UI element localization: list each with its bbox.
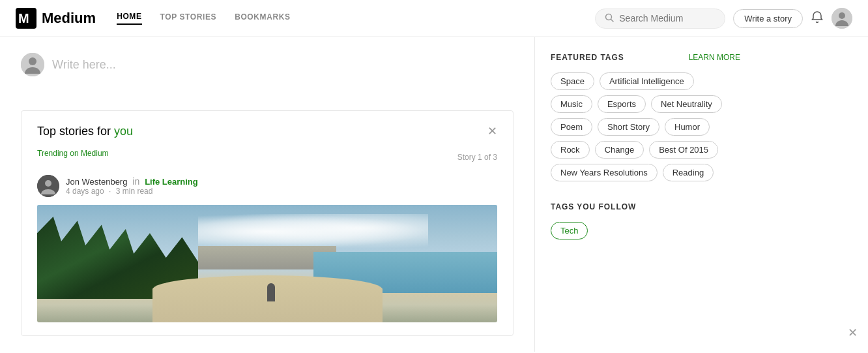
- story-image[interactable]: [37, 205, 497, 322]
- top-stories-section: Top stories for you ✕ Trending on Medium…: [21, 110, 514, 336]
- author-meta: 4 days ago · 3 min read: [66, 187, 198, 196]
- tag-rock[interactable]: Rock: [551, 141, 590, 159]
- author-name[interactable]: Jon Westenberg: [66, 177, 127, 187]
- nav-top-stories[interactable]: TOP STORIES: [160, 12, 217, 24]
- followed-tags-grid: Tech: [551, 222, 740, 239]
- main-nav: HOME TOP STORIES BOOKMARKS: [117, 12, 290, 25]
- notification-bell-icon[interactable]: [811, 10, 824, 27]
- tag-music[interactable]: Music: [551, 95, 592, 113]
- write-placeholder[interactable]: Write here...: [52, 58, 116, 72]
- tag-best-of-2015[interactable]: Best Of 2015: [649, 141, 718, 159]
- svg-point-5: [839, 12, 845, 19]
- user-avatar[interactable]: [832, 8, 852, 29]
- tag-change[interactable]: Change: [595, 141, 644, 159]
- svg-text:M: M: [18, 11, 29, 25]
- bottom-close-button[interactable]: ✕: [848, 326, 858, 340]
- medium-logo-icon: M: [16, 8, 36, 29]
- featured-tags-grid: Space Artificial Intelligence Music Espo…: [551, 72, 740, 181]
- tag-esports[interactable]: Esports: [598, 95, 646, 113]
- clouds: [198, 214, 428, 249]
- tag-tech[interactable]: Tech: [551, 222, 588, 239]
- tag-reading[interactable]: Reading: [663, 164, 714, 181]
- person-figure: [267, 283, 275, 301]
- author-row: Jon Westenberg in Life Learning 4 days a…: [37, 175, 497, 197]
- tag-poem[interactable]: Poem: [551, 118, 592, 136]
- svg-point-7: [29, 57, 36, 65]
- top-stories-header: Top stories for you ✕: [37, 124, 497, 138]
- trending-label: Trending on Medium: [37, 149, 109, 158]
- author-info: Jon Westenberg in Life Learning 4 days a…: [66, 176, 198, 196]
- author-in-label: in: [132, 176, 139, 187]
- svg-point-9: [45, 180, 51, 187]
- author-name-line: Jon Westenberg in Life Learning: [66, 176, 198, 187]
- logo-link[interactable]: M Medium: [16, 8, 96, 29]
- nav-home[interactable]: HOME: [117, 12, 141, 25]
- tag-space[interactable]: Space: [551, 72, 594, 90]
- sidebar: FEATURED TAGS LEARN MORE Space Artificia…: [534, 37, 756, 352]
- write-area: Write here...: [21, 53, 514, 89]
- trending-bar: Trending on Medium Story 1 of 3: [37, 149, 497, 166]
- main-layout: Write here... Top stories for you ✕ Tren…: [0, 37, 868, 352]
- write-avatar: [21, 53, 44, 76]
- search-icon: [605, 13, 614, 24]
- tag-humor[interactable]: Humor: [665, 118, 710, 136]
- author-tag[interactable]: Life Learning: [145, 177, 198, 187]
- write-story-button[interactable]: Write a story: [733, 9, 803, 28]
- tag-artificial-intelligence[interactable]: Artificial Intelligence: [600, 72, 694, 90]
- top-stories-title: Top stories for you: [37, 125, 133, 138]
- tag-short-story[interactable]: Short Story: [598, 118, 659, 136]
- featured-tags-title: FEATURED TAGS: [551, 53, 624, 62]
- search-box[interactable]: [595, 8, 725, 29]
- header-right: Write a story: [595, 8, 852, 29]
- logo-text: Medium: [42, 10, 96, 27]
- featured-tags-section: FEATURED TAGS LEARN MORE Space Artificia…: [551, 53, 740, 181]
- learn-more-link[interactable]: LEARN MORE: [689, 53, 740, 62]
- featured-tags-header: FEATURED TAGS LEARN MORE: [551, 53, 740, 62]
- story-counter: Story 1 of 3: [457, 153, 497, 162]
- nav-bookmarks[interactable]: BOOKMARKS: [235, 12, 290, 24]
- author-avatar: [37, 175, 59, 197]
- tags-you-follow-title: TAGS YOU FOLLOW: [551, 202, 636, 211]
- close-top-stories-button[interactable]: ✕: [487, 124, 497, 138]
- content-area: Write here... Top stories for you ✕ Tren…: [0, 37, 534, 352]
- tags-you-follow-header: TAGS YOU FOLLOW: [551, 202, 740, 211]
- search-input[interactable]: [619, 13, 716, 23]
- tag-new-years-resolutions[interactable]: New Years Resolutions: [551, 164, 658, 181]
- tag-net-neutrality[interactable]: Net Neutrality: [651, 95, 722, 113]
- header: M Medium HOME TOP STORIES BOOKMARKS Writ…: [0, 0, 868, 37]
- tags-you-follow-section: TAGS YOU FOLLOW Tech: [551, 202, 740, 239]
- svg-line-3: [611, 19, 614, 22]
